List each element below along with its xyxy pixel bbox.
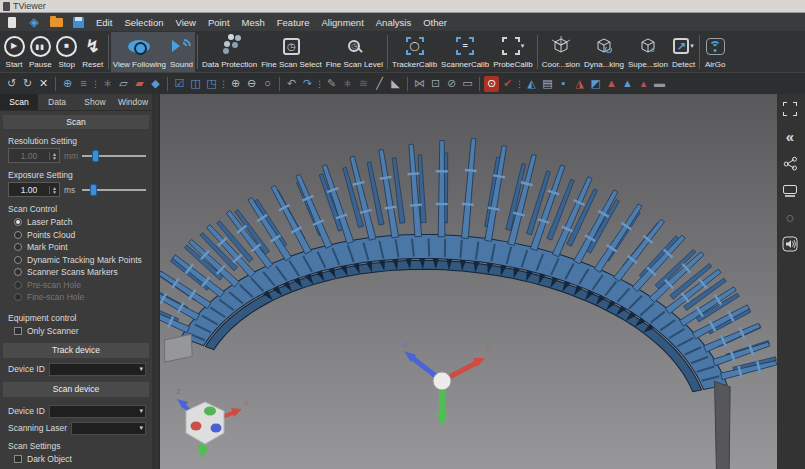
menu-item[interactable]: Selection — [118, 15, 169, 30]
pause-button[interactable]: ▮▮ Pause — [27, 32, 54, 72]
mesh-fill-icon[interactable]: ◩ — [588, 76, 603, 92]
scanning-laser-dropdown[interactable]: ▾ — [71, 422, 146, 435]
cube-icon[interactable]: ◈ — [24, 14, 44, 30]
mesh-plane-icon[interactable]: ▬ — [652, 76, 667, 92]
dynamic-tracking-button[interactable]: Dyna...king — [582, 32, 626, 72]
zoom-in-icon[interactable]: ⊕ — [228, 76, 243, 92]
rotate-right-icon[interactable]: ↷ — [300, 76, 315, 92]
detect-button[interactable]: ↗▾ Detect — [670, 32, 697, 72]
menu-item[interactable]: Mesh — [236, 15, 271, 30]
radio-points-cloud[interactable]: Points Cloud — [14, 229, 152, 242]
paste-view-icon[interactable]: ◳ — [204, 76, 219, 92]
more-icon[interactable]: ⋮ — [92, 79, 99, 89]
dark-object-checkbox[interactable]: Dark Object — [14, 453, 152, 465]
tab-scan[interactable]: Scan — [0, 94, 38, 110]
redo-icon[interactable]: ↻ — [20, 76, 35, 92]
more-icon[interactable]: ⋮ — [220, 79, 227, 89]
menu-item[interactable]: Feature — [271, 15, 316, 30]
zoom-fit-icon[interactable]: ○ — [260, 76, 275, 92]
radio-laser-patch[interactable]: Laser Patch — [14, 216, 152, 229]
data-protection-button[interactable]: Data Protection — [200, 32, 259, 72]
tab-data[interactable]: Data — [38, 94, 76, 110]
fit-view-icon[interactable] — [781, 100, 799, 118]
inspect-active-icon[interactable]: ⊙ — [484, 76, 499, 92]
sound-button[interactable]: Sound — [168, 32, 195, 72]
frame-icon[interactable]: ▭ — [460, 76, 475, 92]
app-doc-icon[interactable] — [2, 14, 22, 30]
copy-view-icon[interactable]: ◫ — [188, 76, 203, 92]
more-icon[interactable]: ⋮ — [516, 79, 523, 89]
coordination-button[interactable]: Coor...sion — [540, 32, 582, 72]
share-icon[interactable] — [781, 154, 799, 172]
panel-splitter[interactable] — [152, 94, 160, 469]
start-button[interactable]: ▶ Start — [1, 32, 27, 72]
view-following-button[interactable]: View Following — [111, 32, 168, 72]
tab-window[interactable]: Window — [114, 94, 152, 110]
save-icon[interactable] — [68, 14, 88, 30]
spinner-arrows-icon[interactable]: ▲▼ — [49, 186, 59, 194]
exposure-input[interactable]: ▲▼ — [8, 182, 60, 197]
section-lines-icon[interactable]: ≡ — [76, 76, 91, 92]
select-all-icon[interactable]: ☑ — [172, 76, 187, 92]
airgo-button[interactable]: AirGo — [702, 32, 728, 72]
bowtie-icon[interactable]: ⋈ — [412, 76, 427, 92]
radio-scanner-markers[interactable]: Scanner Scans Markers — [14, 266, 152, 279]
fine-scan-select-button[interactable]: ◷ Fine Scan Select — [259, 32, 323, 72]
viewport-3d[interactable]: Z X Z X — [160, 94, 777, 469]
marker-icon[interactable]: ∗ — [100, 76, 115, 92]
fine-scan-level-button[interactable]: ◷ Fine Scan Level — [324, 32, 385, 72]
exposure-slider[interactable] — [82, 183, 146, 196]
only-scanner-checkbox[interactable]: Only Scanner — [14, 325, 152, 337]
mesh-flip-icon[interactable]: ◭ — [524, 76, 539, 92]
menu-item[interactable]: Alignment — [316, 15, 370, 30]
radio-mark-point[interactable]: Mark Point — [14, 241, 152, 254]
mesh-doc-icon[interactable]: ▤ — [540, 76, 555, 92]
resolution-input[interactable]: ▲▼ — [8, 148, 60, 163]
brush-blue-icon[interactable]: ◆ — [148, 76, 163, 92]
radio-fine-scan-hole[interactable]: Fine-scan Hole — [14, 291, 152, 304]
stop-button[interactable]: ■ Stop — [54, 32, 80, 72]
open-folder-icon[interactable] — [46, 14, 66, 30]
clip-icon[interactable]: ⊘ — [444, 76, 459, 92]
wave-icon[interactable]: ≋ — [356, 76, 371, 92]
menu-item[interactable]: View — [169, 15, 201, 30]
mesh-tri-icon[interactable]: ▴ — [636, 76, 651, 92]
menu-item[interactable]: Point — [202, 15, 236, 30]
edit-brush-icon[interactable]: ✎ — [324, 76, 339, 92]
undo-icon[interactable]: ↺ — [4, 76, 19, 92]
mesh-spike-icon[interactable]: ▲ — [604, 76, 619, 92]
orbit-icon[interactable]: ◌ — [781, 208, 799, 226]
resolution-slider[interactable] — [82, 149, 146, 162]
camera-view-icon[interactable] — [781, 181, 799, 199]
mesh-cube-icon[interactable]: ▪ — [556, 76, 571, 92]
delete-icon[interactable]: ✕ — [36, 76, 51, 92]
mark-brush-icon[interactable]: ✔ — [500, 76, 515, 92]
radio-pre-scan-hole[interactable]: Pre-scan Hole — [14, 279, 152, 292]
rotate-left-icon[interactable]: ↶ — [284, 76, 299, 92]
radio-dynamic-tracking[interactable]: Dynamic Tracking Mark Points — [14, 254, 152, 267]
scanner-calib-button[interactable]: = ScannerCalib — [439, 32, 491, 72]
menu-item[interactable]: Other — [417, 15, 453, 30]
sound-box-icon[interactable] — [781, 235, 799, 253]
move-view-icon[interactable]: ⊕ — [60, 76, 75, 92]
collapse-panel-icon[interactable]: « — [781, 127, 799, 145]
scan-device-id-dropdown[interactable]: ▾ — [49, 405, 146, 418]
view-cube-gizmo[interactable]: Z X — [176, 387, 250, 458]
track-device-id-dropdown[interactable]: ▾ — [49, 363, 146, 376]
spinner-arrows-icon[interactable]: ▲▼ — [49, 152, 59, 160]
supervision-button[interactable]: s Supe...sion — [626, 32, 670, 72]
mesh-peak-icon[interactable]: ◮ — [572, 76, 587, 92]
zoom-out-icon[interactable]: ⊖ — [244, 76, 259, 92]
menu-item[interactable]: Analysis — [370, 15, 417, 30]
pen-icon[interactable]: ╱ — [372, 76, 387, 92]
reset-button[interactable]: ↯ Reset — [80, 32, 106, 72]
chevron-down-icon[interactable]: ▾ — [690, 42, 694, 50]
tracker-calib-button[interactable]: ◯ TrackerCalib — [390, 32, 439, 72]
tab-show[interactable]: Show — [76, 94, 114, 110]
chevron-down-icon[interactable]: ▾ — [521, 42, 525, 50]
dim-icon[interactable]: ∗ — [340, 76, 355, 92]
chat-icon[interactable]: ▱ — [116, 76, 131, 92]
more-icon[interactable]: ⋮ — [316, 79, 323, 89]
corner-page-icon[interactable]: ◣ — [388, 76, 403, 92]
folder-red-icon[interactable]: ▰ — [132, 76, 147, 92]
